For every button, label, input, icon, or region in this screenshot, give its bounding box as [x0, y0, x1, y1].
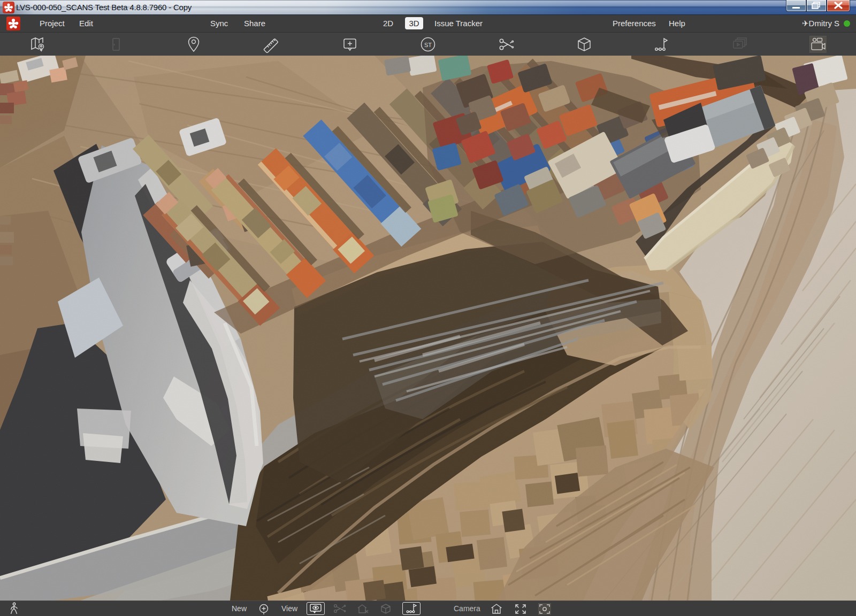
svg-text:ST: ST	[424, 42, 432, 48]
